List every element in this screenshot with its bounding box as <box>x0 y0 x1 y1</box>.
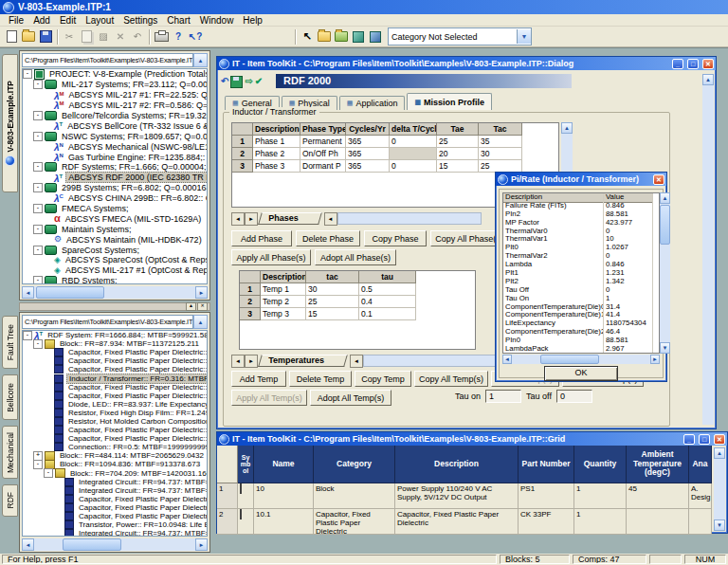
strip-scroll-track[interactable] <box>363 355 507 367</box>
pirate-row[interactable]: Failure Rate (FITs)0.846 <box>503 202 659 210</box>
table-row[interactable]: 2Temp 2250.4 <box>240 296 475 308</box>
scroll-up-icon[interactable]: ▲ <box>702 74 714 85</box>
tau-on-field[interactable]: 1 <box>485 390 521 403</box>
cell[interactable]: 365 <box>346 148 390 160</box>
grid-cell[interactable]: Block <box>314 483 395 509</box>
copy-temp-button[interactable]: Copy Temp <box>355 371 411 387</box>
close-panel-icon[interactable]: ✕ <box>197 302 208 311</box>
cell[interactable]: 2 <box>232 148 253 160</box>
tab-scroll-right-icon[interactable]: ► <box>245 212 258 226</box>
cell[interactable]: Temp 1 <box>261 283 306 296</box>
cell[interactable]: Phase 2 <box>253 148 300 160</box>
expand-toggle-icon[interactable]: - <box>33 162 43 172</box>
menu-file[interactable]: File <box>4 15 28 26</box>
delete-phase-button[interactable]: Delete Phase <box>296 230 360 246</box>
cell[interactable]: Temp 2 <box>261 296 306 308</box>
tree-item[interactable]: -FMECA Systems; <box>23 204 207 214</box>
context-help-button[interactable]: ↖? <box>187 28 204 46</box>
cell[interactable]: 3 <box>232 160 253 173</box>
tree-item[interactable]: -Bellcore/Telcordia Systems; FR=19.326; … <box>23 111 207 121</box>
tree-item[interactable]: Integrated Circuit:: FR=94.737: MTBF=10 <box>23 529 207 537</box>
pirate-row[interactable]: ComponentTemperature(Die)141.4 <box>503 311 659 319</box>
tree-item[interactable]: Capacitor, Fixed Plastic Paper Dielectri… <box>23 512 207 520</box>
grid-title-bar[interactable]: IT - Item ToolKit - C:\Program Files\Ite… <box>217 432 727 446</box>
tree-item[interactable]: Capacitor, Fixed Plastic Paper Dielectri… <box>23 503 207 512</box>
cell[interactable]: 1 <box>240 283 261 296</box>
scroll-up-icon[interactable]: ▲ <box>193 315 208 329</box>
tree-item[interactable]: ⚙ABCSYS Maintain (MIL-HDBK-472) <box>23 234 207 245</box>
cut-button[interactable]: ✂ <box>61 28 78 46</box>
horizontal-scrollbar[interactable]: ◄ ► <box>22 538 208 551</box>
component-cube-alt-button[interactable] <box>367 28 384 46</box>
apply-check-icon[interactable]: ✔ <box>255 77 263 86</box>
about-button[interactable]: ? <box>170 28 187 46</box>
tree-item[interactable]: ◈ABCSYS SpareCost (OptCost & Repstock): … <box>23 255 207 265</box>
tree-item[interactable]: Resistor, Hot Molded Carbon Composition:… <box>23 417 207 426</box>
scrollbar-thumb[interactable] <box>36 286 104 299</box>
scroll-down-icon[interactable]: ▼ <box>714 519 725 531</box>
tree-item[interactable]: Capacitor, Fixed Plastic Paper Dielectri… <box>23 495 207 503</box>
expand-toggle-icon[interactable]: - <box>33 225 43 234</box>
tree-item[interactable]: Integrated Circuit:: FR=94.737: MTBF=10 <box>23 486 207 495</box>
maximize-button[interactable]: □ <box>699 434 710 445</box>
vertical-tab-bellcore[interactable]: Bellcore <box>2 374 18 420</box>
tree-item[interactable]: Inductor / Transformer:: FR=0.316: MTBF=… <box>23 374 207 382</box>
cell[interactable]: Dormant P <box>300 160 346 173</box>
tree-item[interactable]: -299B Systems; FR=6.802; Q=0.000163; MTB… <box>23 183 207 193</box>
menu-chart[interactable]: Chart <box>162 15 194 26</box>
grid-cell[interactable]: Power Supply 110/240 V AC Supply, 5V/12V… <box>395 483 519 509</box>
scroll-right-icon[interactable]: ► <box>195 538 208 551</box>
grid-cell[interactable]: Capacitor, Fixed Plastic Paper Dielectri… <box>395 509 519 535</box>
add-temp-button[interactable]: Add Temp <box>231 371 286 387</box>
tree-item[interactable]: Capacitor, Fixed Plastic Paper Dielectri… <box>23 348 207 356</box>
cell[interactable]: 35 <box>479 136 522 148</box>
copy-phase-button[interactable]: Copy Phase <box>364 230 427 246</box>
select-tool-button[interactable]: ↖ <box>299 28 316 46</box>
chevron-down-icon[interactable]: ▼ <box>517 29 531 44</box>
grid-cell[interactable]: 1 <box>574 509 627 535</box>
tree-item[interactable]: -SpareCost Systems; <box>23 245 207 255</box>
expand-toggle-icon[interactable]: - <box>23 69 32 79</box>
apply-all-phase-s-button[interactable]: Apply All Phase(s) <box>231 249 311 265</box>
save-button[interactable] <box>37 28 54 46</box>
open-button[interactable] <box>20 28 37 46</box>
pirate-row[interactable]: ThermalVar110 <box>503 235 659 244</box>
cell[interactable]: 30 <box>479 148 522 160</box>
tau-off-field[interactable]: 0 <box>556 390 592 403</box>
cell[interactable]: 1 <box>232 136 253 148</box>
grid-cell[interactable]: Capacitor, Fixed Plastic Paper Dielectri… <box>314 509 395 535</box>
table-row[interactable]: 1Phase 1Permanent36502535 <box>232 136 558 148</box>
cell[interactable]: 25 <box>306 296 359 308</box>
pirate-row[interactable]: PIn088.581 <box>503 337 659 345</box>
grid-row[interactable]: 210.1Capacitor, Fixed Plastic Paper Diel… <box>217 509 727 535</box>
cell[interactable]: Phase 3 <box>253 160 300 173</box>
vertical-tab-fault-tree[interactable]: Fault Tree <box>2 316 18 369</box>
maximize-button[interactable]: □ <box>687 59 699 69</box>
table-row[interactable]: 3Temp 3150.1 <box>240 308 475 320</box>
tree-item[interactable]: Transistor, Power:: FR=10.0948: Life Exp… <box>23 520 207 529</box>
table-row[interactable]: 1Temp 1300.5 <box>240 283 475 296</box>
temperatures-tab[interactable]: Temperatures <box>258 355 348 367</box>
scroll-up-icon[interactable]: ▲ <box>193 53 208 67</box>
tree-item[interactable]: Resistor, Fixed High Disp Film:: FR=1.24… <box>23 409 207 417</box>
adopt-all-temp-s-button[interactable]: Adopt All Temp(s) <box>310 390 391 406</box>
category-dropdown[interactable]: Category Not Selected ▼ <box>388 27 532 46</box>
tree-item[interactable]: λMABCSYS MIL-217 #1: FR=22.525: Q=0.0005… <box>23 90 207 100</box>
grid-row[interactable]: 110BlockPower Supply 110/240 V AC Supply… <box>217 483 727 509</box>
cell[interactable]: 0 <box>390 136 437 148</box>
tree-item[interactable]: Capacitor, Fixed Plastic Paper Dielectri… <box>23 383 207 392</box>
new-button[interactable] <box>3 28 20 46</box>
grid-cell[interactable]: CK 33PF <box>519 509 574 535</box>
minimize-button[interactable]: _ <box>672 59 683 69</box>
project-vertical-tab[interactable]: V-803-Example.ITP <box>2 54 18 192</box>
cell[interactable]: 365 <box>346 160 390 173</box>
tree-item[interactable]: -Block:: FR=704.209: MTBF=1420031.166 <box>23 469 207 478</box>
tree-item[interactable]: λCABCSYS CHINA 299B:: FR=6.802:: Q=0:: M… <box>23 193 207 204</box>
pirate-row[interactable]: PIn288.581 <box>503 210 659 219</box>
adopt-all-phase-s-button[interactable]: Adopt All Phase(s) <box>315 249 396 265</box>
expand-toggle-icon[interactable]: - <box>44 468 53 478</box>
tab-scroll-left-icon[interactable]: ◄ <box>231 355 245 368</box>
vertical-tab-rdf[interactable]: RDF <box>2 484 18 517</box>
grid-cell[interactable]: 1 <box>574 483 627 509</box>
cell[interactable]: Permanent <box>300 136 346 148</box>
